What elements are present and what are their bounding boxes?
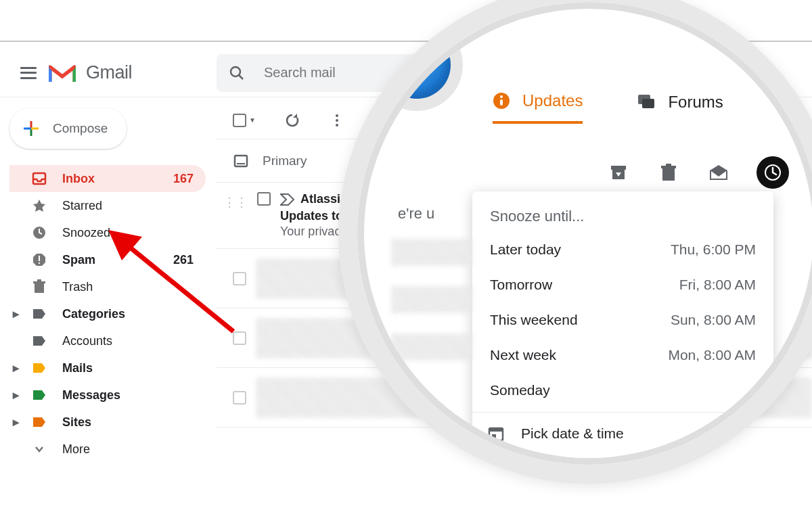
inbox-icon: [31, 170, 47, 187]
svg-rect-25: [642, 99, 654, 108]
select-all-checkbox[interactable]: ▼: [233, 114, 256, 127]
spam-icon: [31, 252, 47, 268]
main-menu-button[interactable]: [12, 57, 45, 89]
svg-rect-35: [489, 428, 503, 432]
sidebar-item-starred[interactable]: Starred: [9, 192, 206, 219]
delete-button[interactable]: [656, 160, 681, 185]
sidebar-item-label: Sites: [62, 415, 91, 430]
label-green-icon: [31, 387, 47, 403]
svg-rect-10: [35, 283, 44, 293]
sidebar-item-accounts[interactable]: ▸Accounts: [9, 327, 206, 354]
svg-rect-8: [39, 256, 40, 261]
svg-rect-23: [500, 99, 503, 106]
email-checkbox[interactable]: [257, 192, 271, 206]
snooze-popover: Snooze until... Later todayThu, 6:00 PMT…: [472, 191, 773, 458]
magnified-action-toolbar: [606, 156, 789, 189]
important-icon[interactable]: [280, 193, 295, 206]
svg-point-0: [231, 67, 240, 76]
mark-read-button[interactable]: [706, 160, 731, 185]
sidebar-item-trash[interactable]: Trash: [9, 273, 206, 300]
snooze-option[interactable]: Later todayThu, 6:00 PM: [472, 232, 773, 267]
label-orange-icon: [31, 360, 47, 376]
sidebar-item-label: Snoozed: [62, 226, 110, 240]
plus-icon: [22, 119, 41, 138]
svg-rect-12: [37, 279, 41, 281]
expand-caret-icon: ▸: [12, 310, 19, 317]
svg-rect-30: [666, 164, 671, 166]
snooze-option[interactable]: Someday: [472, 373, 773, 408]
sidebar-item-label: More: [62, 442, 90, 457]
trash-icon: [31, 279, 47, 295]
svg-point-15: [336, 124, 338, 126]
pick-date-time[interactable]: Pick date & time: [472, 413, 773, 455]
sidebar-item-more[interactable]: More: [9, 436, 206, 463]
forums-icon: [637, 93, 656, 111]
label-dark-icon: [31, 333, 47, 349]
sidebar-item-label: Messages: [62, 388, 120, 402]
sidebar-item-label: Categories: [62, 307, 125, 321]
sidebar-item-sites[interactable]: ▸Sites: [9, 409, 206, 436]
snooze-option-label: This weekend: [490, 312, 578, 328]
drag-handle-icon[interactable]: ⋮⋮: [223, 192, 248, 210]
svg-rect-29: [661, 166, 676, 168]
svg-point-22: [500, 95, 503, 98]
sidebar-item-messages[interactable]: ▸Messages: [9, 382, 206, 409]
svg-line-1: [239, 75, 243, 79]
hamburger-icon: [20, 67, 37, 79]
gmail-logo[interactable]: Gmail: [49, 62, 132, 83]
sidebar-item-label: Starred: [62, 199, 102, 213]
svg-point-13: [336, 114, 338, 117]
svg-rect-11: [33, 281, 45, 283]
sidebar-item-spam[interactable]: Spam261: [9, 246, 206, 273]
chevron-icon: [31, 441, 47, 457]
svg-rect-28: [662, 168, 675, 181]
more-button[interactable]: [329, 112, 345, 129]
sidebar-item-snoozed[interactable]: Snoozed: [9, 219, 206, 246]
expand-caret-icon: ▸: [12, 392, 19, 398]
snooze-option-label: Tomorrow: [490, 277, 552, 293]
gmail-m-icon: [49, 63, 76, 83]
sidebar-item-count: 261: [173, 253, 194, 267]
sidebar-item-inbox[interactable]: Inbox167: [9, 165, 206, 192]
sidebar-item-label: Accounts: [62, 334, 112, 348]
archive-button[interactable]: [606, 160, 631, 185]
app-name: Gmail: [86, 62, 132, 83]
snooze-option-time: Thu, 6:00 PM: [671, 241, 756, 258]
tab-updates[interactable]: Updates: [493, 91, 583, 124]
star-icon: [31, 198, 47, 214]
compose-button[interactable]: Compose: [9, 108, 127, 149]
sidebar-item-label: Spam: [62, 253, 95, 267]
search-icon[interactable]: [223, 60, 250, 87]
snooze-option-time: Fri, 8:00 AM: [679, 277, 756, 293]
snooze-option[interactable]: Next weekMon, 8:00 AM: [472, 338, 773, 373]
sidebar-item-label: Inbox: [62, 172, 95, 186]
snooze-option-time: Mon, 8:00 AM: [668, 347, 756, 363]
info-icon: [493, 92, 510, 110]
snooze-option[interactable]: TomorrowFri, 8:00 AM: [472, 267, 773, 302]
svg-rect-36: [492, 434, 496, 438]
sidebar-item-categories[interactable]: ▸Categories: [9, 300, 206, 327]
snooze-button[interactable]: [757, 156, 789, 189]
svg-point-14: [336, 119, 338, 122]
calendar-icon: [487, 425, 505, 442]
svg-rect-9: [39, 262, 40, 264]
snooze-option-label: Later today: [490, 241, 561, 258]
expand-caret-icon: ▸: [12, 419, 19, 425]
svg-rect-18: [237, 163, 245, 164]
sidebar-item-count: 167: [173, 172, 194, 186]
sidebar-item-mails[interactable]: ▸Mails: [9, 354, 206, 382]
svg-rect-26: [611, 166, 626, 170]
sidebar: Compose Inbox167StarredSnoozedSpam261Tra…: [9, 108, 206, 463]
partial-text: e're u: [398, 205, 434, 223]
label-red-icon: [31, 414, 47, 430]
primary-icon: [233, 153, 249, 169]
snooze-option[interactable]: This weekendSun, 8:00 AM: [472, 302, 773, 338]
tab-primary[interactable]: Primary: [233, 153, 307, 169]
tab-forums[interactable]: Forums: [637, 93, 723, 122]
snooze-option-label: Someday: [490, 382, 550, 398]
label-dark-icon: [31, 306, 47, 322]
snooze-title: Snooze until...: [472, 197, 773, 232]
sidebar-item-label: Mails: [62, 361, 93, 375]
magnified-tabs: Updates Forums: [493, 91, 723, 124]
refresh-button[interactable]: [284, 112, 300, 129]
